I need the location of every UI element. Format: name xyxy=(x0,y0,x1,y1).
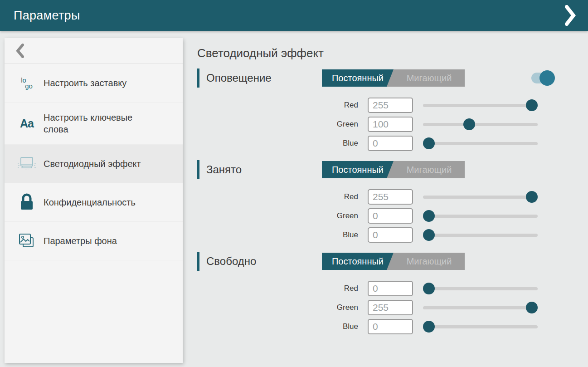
slider-track xyxy=(423,104,538,107)
mode-toggle-notification[interactable]: Постоянный Мигающий xyxy=(322,69,465,87)
slider-thumb[interactable] xyxy=(423,137,435,149)
section-busy: Занято Постоянный Мигающий Red Green Blu… xyxy=(197,160,560,243)
sidebar-item-background[interactable]: Параметры фона xyxy=(5,222,183,260)
sidebar-item-splash-screen[interactable]: lo go Настроить заставку xyxy=(5,64,183,103)
mode-option-constant[interactable]: Постоянный xyxy=(322,69,394,87)
slider-thumb[interactable] xyxy=(463,118,475,130)
red-slider[interactable] xyxy=(423,281,538,296)
led-effect-panel: Светодиодный эффект Оповещение Постоянны… xyxy=(197,31,560,343)
slider-track xyxy=(423,234,538,237)
red-label: Red xyxy=(197,284,358,293)
chevron-right-icon xyxy=(565,5,576,26)
blue-value-input[interactable] xyxy=(368,227,413,243)
slider-thumb[interactable] xyxy=(423,210,435,222)
switch-thumb xyxy=(539,70,555,86)
settings-sidebar: lo go Настроить заставку Aa Настроить кл… xyxy=(5,38,183,363)
green-label: Green xyxy=(197,211,358,220)
slider-thumb[interactable] xyxy=(526,191,538,203)
blue-label: Blue xyxy=(197,139,358,148)
green-label: Green xyxy=(197,303,358,312)
mode-option-constant[interactable]: Постоянный xyxy=(322,161,394,178)
notification-enabled-switch[interactable] xyxy=(531,70,555,86)
mode-toggle-free[interactable]: Постоянный Мигающий xyxy=(322,253,465,270)
slider-thumb[interactable] xyxy=(423,283,435,294)
green-value-input[interactable] xyxy=(368,117,413,132)
section-title: Свободно xyxy=(206,255,256,268)
red-value-input[interactable] xyxy=(368,281,413,296)
section-accent-bar xyxy=(197,252,199,271)
slider-track xyxy=(423,123,538,126)
section-free: Свободно Постоянный Мигающий Red Green B… xyxy=(197,252,560,334)
green-slider[interactable] xyxy=(423,208,538,224)
blue-label: Blue xyxy=(197,230,358,240)
section-accent-bar xyxy=(197,69,199,88)
led-monitor-icon xyxy=(15,154,38,174)
slider-thumb[interactable] xyxy=(526,99,538,111)
sidebar-item-label: Параметры фона xyxy=(44,235,117,247)
slider-track xyxy=(423,306,538,309)
blue-label: Blue xyxy=(197,322,358,331)
logo-icon: lo go xyxy=(15,73,38,93)
blue-slider[interactable] xyxy=(423,227,538,243)
section-title: Оповещение xyxy=(206,72,272,84)
text-aa-icon: Aa xyxy=(15,113,38,133)
blue-value-input[interactable] xyxy=(368,319,413,334)
blue-value-input[interactable] xyxy=(368,136,413,151)
background-images-icon xyxy=(15,231,38,251)
chevron-left-icon xyxy=(16,44,24,58)
mode-option-constant[interactable]: Постоянный xyxy=(322,253,394,270)
lock-icon xyxy=(15,192,38,212)
section-title: Занято xyxy=(206,163,242,176)
app-title: Параметры xyxy=(14,9,80,23)
sidebar-back-button[interactable] xyxy=(5,38,183,64)
app-header: Параметры xyxy=(0,0,588,31)
green-slider[interactable] xyxy=(423,117,538,132)
green-label: Green xyxy=(197,120,358,129)
slider-thumb[interactable] xyxy=(423,229,435,241)
sidebar-item-label: Настроить заставку xyxy=(44,77,126,89)
collapse-panel-button[interactable] xyxy=(560,5,581,26)
slider-track xyxy=(423,142,538,145)
slider-track xyxy=(423,287,538,290)
mode-option-blinking[interactable]: Мигающий xyxy=(394,253,465,270)
blue-slider[interactable] xyxy=(423,319,538,334)
sidebar-item-led-effect[interactable]: Светодиодный эффект xyxy=(5,145,183,183)
slider-thumb[interactable] xyxy=(526,302,538,313)
red-slider[interactable] xyxy=(423,98,538,113)
sidebar-item-label: Настроить ключевые слова xyxy=(44,112,150,135)
sidebar-item-privacy[interactable]: Конфиденциальность xyxy=(5,183,183,222)
blue-slider[interactable] xyxy=(423,136,538,151)
sidebar-item-keywords[interactable]: Aa Настроить ключевые слова xyxy=(5,103,183,145)
mode-option-blinking[interactable]: Мигающий xyxy=(394,161,465,178)
red-slider[interactable] xyxy=(423,189,538,205)
red-label: Red xyxy=(197,192,358,201)
slider-track xyxy=(423,196,538,199)
red-label: Red xyxy=(197,101,358,110)
green-slider[interactable] xyxy=(423,300,538,315)
green-value-input[interactable] xyxy=(368,208,413,224)
page-title: Светодиодный эффект xyxy=(197,46,560,60)
green-value-input[interactable] xyxy=(368,300,413,315)
slider-thumb[interactable] xyxy=(423,321,435,333)
mode-toggle-busy[interactable]: Постоянный Мигающий xyxy=(322,161,465,178)
sidebar-item-label: Конфиденциальность xyxy=(44,196,136,208)
mode-option-blinking[interactable]: Мигающий xyxy=(394,69,465,87)
slider-track xyxy=(423,215,538,218)
sidebar-item-label: Светодиодный эффект xyxy=(44,158,141,170)
red-value-input[interactable] xyxy=(368,189,413,205)
section-notification: Оповещение Постоянный Мигающий Red Green xyxy=(197,69,560,151)
red-value-input[interactable] xyxy=(368,98,413,113)
slider-track xyxy=(423,325,538,328)
section-accent-bar xyxy=(197,160,199,179)
